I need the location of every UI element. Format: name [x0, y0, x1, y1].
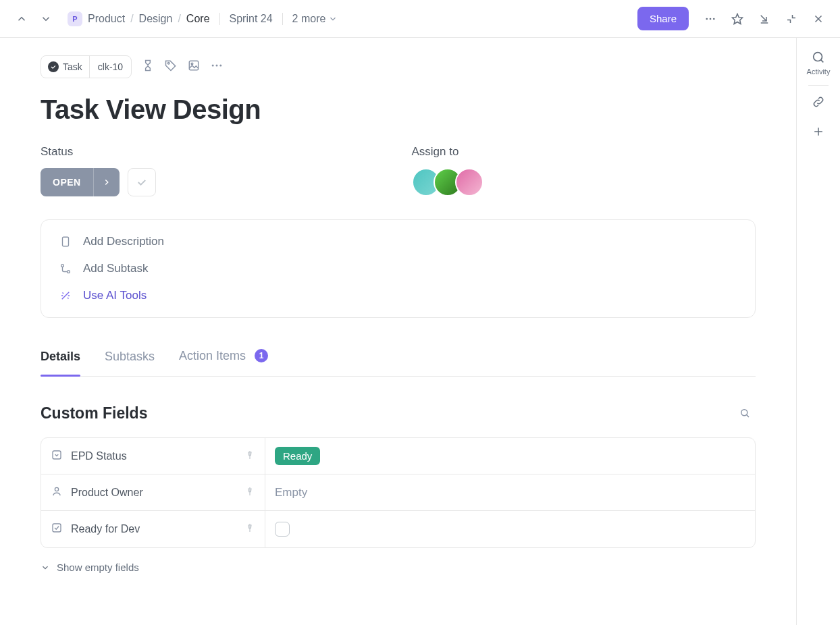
svg-line-22: [821, 60, 824, 63]
cf-value[interactable]: Ready: [265, 447, 755, 465]
avatar[interactable]: [455, 168, 483, 196]
show-empty-label: Show empty fields: [57, 562, 139, 573]
nav-down-icon[interactable]: [35, 8, 57, 30]
person-field-icon: [51, 485, 63, 500]
cf-label: EPD Status: [71, 450, 127, 462]
pin-icon[interactable]: [244, 486, 255, 499]
svg-point-16: [741, 410, 747, 416]
tab-subtasks[interactable]: Subtasks: [105, 343, 155, 376]
cf-label: Ready for Dev: [71, 523, 140, 535]
add-description-label: Add Description: [83, 235, 164, 248]
svg-point-11: [212, 65, 214, 67]
svg-rect-20: [53, 524, 61, 532]
divider: [808, 85, 829, 86]
tab-badge: 1: [255, 349, 268, 362]
svg-line-4: [761, 15, 766, 20]
breadcrumb-sep: /: [178, 13, 180, 25]
task-chip[interactable]: Task clk-10: [41, 55, 132, 78]
breadcrumb-core[interactable]: Core: [186, 13, 210, 25]
add-subtask[interactable]: Add Subtask: [59, 259, 737, 278]
cf-row-epd-status: EPD Status Ready: [41, 438, 755, 474]
custom-fields-table: EPD Status Ready Product Owner E: [41, 437, 756, 548]
more-icon[interactable]: [210, 59, 224, 75]
breadcrumb-sep: /: [130, 13, 133, 25]
download-icon[interactable]: [754, 8, 775, 30]
divider: [282, 13, 283, 25]
status-button[interactable]: OPEN: [41, 168, 120, 196]
subtask-icon: [59, 263, 72, 275]
svg-point-10: [191, 63, 193, 65]
hourglass-icon[interactable]: [141, 59, 155, 75]
actions-box: Add Description Add Subtask Use AI Tools: [41, 219, 756, 318]
status-label: Status: [41, 145, 385, 159]
svg-point-14: [61, 265, 64, 267]
use-ai-tools-label: Use AI Tools: [83, 289, 147, 302]
share-button[interactable]: Share: [637, 7, 689, 30]
add-subtask-label: Add Subtask: [83, 262, 148, 275]
breadcrumb-badge: P: [68, 11, 82, 26]
divider: [219, 13, 220, 25]
show-empty-fields[interactable]: Show empty fields: [41, 562, 756, 573]
breadcrumb-sprint[interactable]: Sprint 24: [230, 13, 273, 25]
topbar: P Product / Design / Core Sprint 24 2 mo…: [0, 0, 840, 38]
pin-icon[interactable]: [244, 450, 255, 463]
status-value: OPEN: [41, 177, 93, 188]
svg-rect-9: [189, 61, 198, 70]
assign-label: Assign to: [412, 145, 756, 159]
search-icon[interactable]: [734, 402, 756, 424]
breadcrumb-product[interactable]: Product: [88, 13, 125, 25]
svg-marker-3: [733, 13, 743, 24]
tabs: Details Subtasks Action Items 1: [41, 342, 756, 377]
empty-value: Empty: [275, 486, 307, 499]
close-icon[interactable]: [808, 8, 829, 30]
breadcrumb: P Product / Design / Core Sprint 24 2 mo…: [68, 11, 338, 26]
cf-row-ready-for-dev: Ready for Dev: [41, 511, 755, 547]
ready-badge: Ready: [275, 447, 320, 465]
main-content: Task clk-10 Task View Design Status OPEN: [0, 38, 796, 625]
add-description[interactable]: Add Description: [59, 232, 737, 251]
tab-action-items[interactable]: Action Items 1: [179, 342, 268, 376]
task-type-label: Task: [63, 61, 82, 72]
svg-point-0: [706, 18, 708, 20]
custom-fields-title: Custom Fields: [41, 404, 147, 423]
use-ai-tools[interactable]: Use AI Tools: [59, 286, 737, 305]
svg-point-21: [814, 53, 822, 61]
svg-rect-18: [53, 451, 61, 459]
activity-panel-button[interactable]: Activity: [807, 50, 831, 76]
cf-value[interactable]: Empty: [265, 486, 755, 499]
task-type-icon: [48, 61, 59, 72]
breadcrumb-more[interactable]: 2 more: [292, 13, 338, 25]
cf-label: Product Owner: [71, 487, 143, 499]
minimize-icon[interactable]: [781, 8, 802, 30]
cf-value[interactable]: [265, 522, 755, 537]
link-panel-button[interactable]: [812, 95, 825, 109]
svg-point-12: [216, 65, 218, 67]
add-panel-button[interactable]: [812, 125, 825, 138]
breadcrumb-design[interactable]: Design: [139, 13, 173, 25]
status-next-icon[interactable]: [93, 168, 120, 196]
svg-point-19: [55, 487, 58, 491]
tab-details[interactable]: Details: [41, 343, 80, 376]
svg-point-15: [68, 271, 70, 273]
svg-line-17: [747, 415, 749, 417]
svg-point-8: [168, 62, 170, 64]
star-icon[interactable]: [727, 8, 748, 30]
image-icon[interactable]: [187, 59, 201, 75]
svg-point-1: [710, 18, 712, 20]
breadcrumb-more-label: 2 more: [292, 13, 326, 25]
checkbox-input[interactable]: [275, 522, 290, 537]
task-title[interactable]: Task View Design: [41, 94, 756, 125]
description-icon: [59, 236, 72, 248]
nav-up-icon[interactable]: [11, 8, 32, 30]
ai-icon: [59, 290, 72, 302]
tag-icon[interactable]: [164, 59, 178, 75]
right-sidebar: Activity: [796, 38, 840, 625]
pin-icon[interactable]: [244, 522, 255, 536]
svg-point-2: [713, 18, 715, 20]
more-icon[interactable]: [700, 8, 721, 30]
assignees[interactable]: [412, 168, 756, 196]
task-id: clk-10: [90, 61, 131, 72]
cf-row-product-owner: Product Owner Empty: [41, 474, 755, 511]
complete-button[interactable]: [128, 168, 156, 196]
checkbox-field-icon: [51, 522, 63, 537]
